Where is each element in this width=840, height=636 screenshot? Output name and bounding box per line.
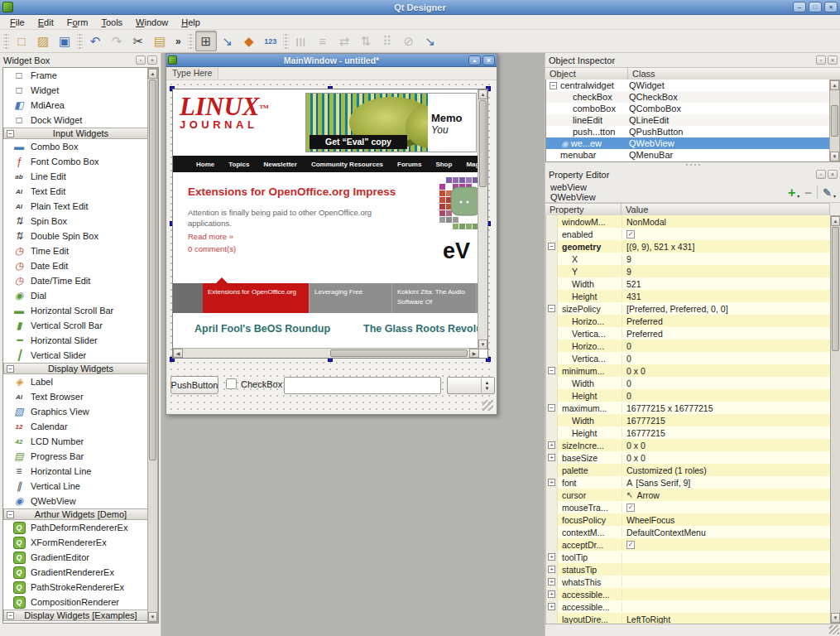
scroll-down-icon[interactable]	[148, 612, 157, 622]
form-window[interactable]: MainWindow - untitled* ▲ × Type Here	[166, 53, 497, 415]
menu-file[interactable]: File	[3, 16, 31, 29]
checkbox-indicator[interactable]	[226, 378, 237, 389]
check-box-widget[interactable]: CheckBox	[226, 378, 282, 389]
widget-box-item[interactable]: GradientEditor	[3, 550, 158, 565]
property-row[interactable]: palette Customized (1 roles)	[546, 464, 830, 476]
checkbox-indicator[interactable]	[626, 230, 635, 238]
teaser-tab[interactable]: Leveraging Free	[309, 283, 391, 313]
float-button[interactable]: ▫	[816, 170, 826, 179]
widget-box-item[interactable]: Display Widgets	[3, 363, 158, 374]
toolbar-grip[interactable]	[3, 33, 9, 50]
form-resize-grip[interactable]	[482, 400, 493, 411]
scrollbar-thumb[interactable]	[149, 80, 156, 460]
expander-icon[interactable]	[550, 82, 557, 89]
widget-box-item[interactable]: Text Edit	[3, 184, 158, 199]
object-row[interactable]: ◉lineEdit QLineEdit	[546, 114, 829, 126]
object-row[interactable]: ◉comboBox QComboBox	[546, 103, 829, 114]
nav-link[interactable]: Shop	[435, 161, 452, 168]
close-button[interactable]: ×	[147, 55, 157, 65]
menu-form[interactable]: Form	[60, 16, 95, 29]
scroll-right-icon[interactable]	[469, 349, 479, 358]
widget-box-item[interactable]: LCD Number	[3, 434, 158, 449]
form-titlebar[interactable]: MainWindow - untitled* ▲ ×	[166, 54, 497, 67]
property-row[interactable]: statusTip	[546, 563, 830, 576]
scroll-left-icon[interactable]	[173, 349, 183, 358]
spin-up-icon[interactable]	[485, 380, 490, 386]
property-row[interactable]: baseSize 0 x 0	[546, 451, 830, 464]
property-row[interactable]: sizeIncre... 0 x 0	[546, 439, 830, 451]
scrollbar-thumb[interactable]	[479, 100, 487, 187]
linux-journal-logo[interactable]: LINUXTM JOURNAL	[180, 94, 269, 131]
add-dynamic-property-button[interactable]: +	[788, 187, 795, 199]
close-button[interactable]: ×	[828, 55, 838, 65]
column-class[interactable]: Class	[628, 68, 840, 80]
property-row[interactable]: geometry [(9, 9), 521 x 431]	[546, 240, 830, 253]
property-row[interactable]: Horizo... Preferred	[546, 315, 830, 327]
open-form-button[interactable]	[32, 31, 54, 51]
object-row[interactable]: ◉push...tton QPushButton	[546, 126, 829, 137]
object-inspector-scrollbar[interactable]	[829, 80, 840, 162]
menu-edit[interactable]: Edit	[31, 16, 60, 29]
widget-box-item[interactable]: Double Spin Box	[3, 229, 158, 243]
property-row[interactable]: Height 0	[546, 389, 830, 402]
widget-box-item[interactable]: Horizontal Slider	[3, 333, 158, 348]
widget-box-item[interactable]: Input Widgets	[3, 128, 158, 139]
object-row[interactable]: ◉centralwidget QWidget	[546, 80, 829, 91]
checkbox-indicator[interactable]	[626, 541, 635, 549]
widget-box-item[interactable]: Time Edit	[3, 243, 158, 258]
widget-box-item[interactable]: Graphics View	[3, 404, 158, 419]
property-editor-scrollbar[interactable]	[830, 215, 840, 624]
collapse-icon[interactable]	[7, 365, 14, 373]
property-row[interactable]: focusPolicy WheelFocus	[546, 513, 830, 526]
property-row[interactable]: Height 16777215	[546, 426, 830, 439]
toolbar-grip[interactable]	[283, 33, 289, 50]
read-more-link[interactable]: Read more »	[188, 232, 233, 241]
menu-type-here[interactable]: Type Here	[166, 67, 218, 80]
widget-box-item[interactable]: XFormRendererEx	[3, 535, 158, 550]
column-object[interactable]: Object	[545, 68, 628, 80]
edit-widgets-button[interactable]	[195, 31, 217, 51]
widget-box-item[interactable]: Frame	[3, 68, 158, 83]
menu-tools[interactable]: Tools	[94, 16, 129, 29]
float-button[interactable]: ▫	[136, 55, 146, 65]
close-button[interactable]: ×	[828, 170, 838, 179]
scroll-up-icon[interactable]	[830, 80, 839, 90]
property-row[interactable]: Width 521	[546, 277, 830, 290]
expander-icon[interactable]	[548, 479, 555, 486]
widget-box-item[interactable]: MdiArea	[3, 98, 158, 113]
widget-box-item[interactable]: Font Combo Box	[3, 154, 158, 169]
property-row[interactable]: Width 16777215	[546, 414, 830, 426]
widget-box-item[interactable]: CompositionRenderer	[3, 595, 158, 610]
property-row[interactable]: layoutDire... LeftToRight	[546, 613, 830, 624]
widget-box-item[interactable]: Vertical Slider	[3, 348, 158, 363]
scroll-up-icon[interactable]	[831, 216, 840, 226]
scrollbar-thumb[interactable]	[330, 349, 468, 357]
widget-box-item[interactable]: PathDeformRendererEx	[3, 520, 158, 535]
article-title[interactable]: Extensions for OpenOffice.org Impress	[188, 186, 396, 198]
widget-box-item[interactable]: Progress Bar	[3, 449, 158, 464]
widget-box-item[interactable]: Horizontal Scroll Bar	[3, 303, 158, 318]
property-row[interactable]: windowM... NonModal	[546, 215, 830, 228]
expander-icon[interactable]	[548, 243, 555, 250]
widget-box-item[interactable]: Display Widgets [Examples]	[3, 610, 158, 621]
widget-box-item[interactable]: PathStrokeRendererEx	[3, 580, 158, 595]
undo-button[interactable]	[84, 31, 106, 51]
widget-box-item[interactable]: Plain Text Edit	[3, 199, 158, 214]
property-row[interactable]: font [Sans Serif, 9]	[546, 476, 830, 489]
line-edit-widget[interactable]	[284, 377, 441, 394]
nav-link[interactable]: Forums	[397, 161, 421, 168]
expander-icon[interactable]	[548, 590, 555, 598]
property-row[interactable]: toolTip	[546, 551, 830, 563]
layout-horizontal-splitter-button[interactable]	[334, 31, 355, 51]
webview-horizontal-scrollbar[interactable]	[173, 348, 479, 358]
dropdown-arrow-icon[interactable]	[833, 193, 836, 199]
widget-box-item[interactable]: Arthur Widgets [Demo]	[3, 508, 158, 520]
widget-box-item[interactable]: Text Browser	[3, 389, 158, 404]
toolbar-overflow-chevron[interactable]: »	[175, 36, 181, 47]
adjust-size-button[interactable]	[420, 31, 441, 51]
column-property[interactable]: Property	[545, 204, 622, 215]
widget-box-item[interactable]: Date/Time Edit	[3, 273, 158, 288]
property-row[interactable]: Y 9	[546, 265, 830, 277]
spin-box-widget[interactable]	[447, 377, 495, 394]
widget-box-item[interactable]: Line Edit	[3, 169, 158, 184]
